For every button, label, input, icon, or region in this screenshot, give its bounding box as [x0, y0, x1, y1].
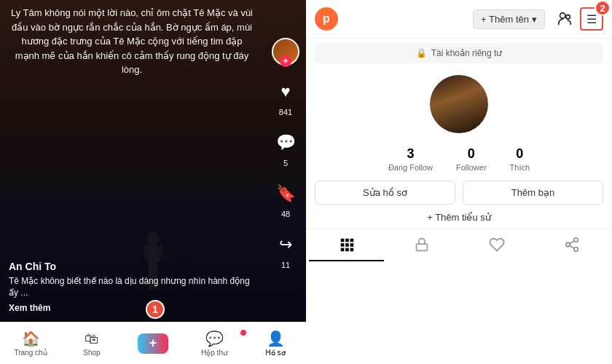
following-stat[interactable]: 3 Đang Follow — [388, 146, 433, 172]
heart-icon[interactable]: ♥ — [271, 77, 300, 106]
profile-avatar[interactable] — [430, 75, 488, 133]
likes-stat[interactable]: 0 Thích — [510, 146, 530, 172]
create-icon: + — [149, 336, 157, 351]
add-name-label: + Thêm tên — [481, 14, 529, 25]
svg-point-18 — [573, 238, 578, 242]
profile-header: p + Thêm tên ▾ ☰ 2 — [306, 0, 612, 39]
svg-rect-17 — [416, 244, 427, 250]
svg-rect-11 — [340, 243, 344, 247]
inbox-icon: 💬 — [205, 330, 224, 347]
nav-shop[interactable]: 🛍 Shop — [61, 331, 122, 357]
svg-point-7 — [566, 15, 570, 20]
like-action[interactable]: ♥ 841 — [271, 77, 300, 116]
shared-tab-icon — [564, 237, 580, 253]
video-caption: Tê Mặc không biết thế nào là dịu dàng nh… — [9, 275, 254, 314]
svg-rect-15 — [345, 248, 349, 252]
tab-liked[interactable] — [459, 229, 534, 261]
people-icon[interactable] — [557, 11, 573, 27]
bookmark-count: 48 — [281, 210, 290, 218]
text-overlay: Ly Tâm không nói một lời nào, chỉ ôm chặ… — [0, 0, 306, 83]
heart-tab-icon — [489, 237, 505, 253]
nav-inbox-label: Hộp thư — [201, 349, 227, 357]
story-text: Ly Tâm không nói một lời nào, chỉ ôm chặ… — [11, 7, 253, 75]
profile-tabs — [306, 229, 612, 261]
shop-icon: 🛍 — [85, 331, 99, 347]
badge-1: 1 — [146, 300, 165, 319]
follow-plus-icon[interactable]: + — [280, 55, 291, 67]
svg-point-19 — [565, 242, 570, 247]
nav-inbox[interactable]: 💬 Hộp thư — [184, 330, 245, 357]
hamburger-container: ☰ 2 — [580, 7, 603, 31]
lock-tab-icon — [415, 237, 429, 253]
grid-icon — [339, 237, 355, 253]
tab-shared[interactable] — [534, 229, 609, 261]
bottom-info: An Chi To Tê Mặc không biết thế nào là d… — [0, 261, 262, 320]
profile-stats: 3 Đang Follow 0 Follower 0 Thích — [306, 138, 612, 178]
right-panel: p + Thêm tên ▾ ☰ 2 🔒 Tài khoản riêng tư — [306, 0, 612, 364]
share-count: 11 — [281, 261, 290, 269]
home-icon: 🏠 — [22, 330, 40, 347]
svg-rect-14 — [340, 248, 344, 252]
bookmark-icon[interactable]: 🔖 — [271, 179, 300, 208]
nav-home[interactable]: 🏠 Trang chủ — [0, 330, 61, 357]
nav-shop-label: Shop — [83, 349, 100, 357]
right-actions: + ♥ 841 💬 5 🔖 48 ↪ 11 — [271, 0, 300, 320]
share-action[interactable]: ↪ 11 — [271, 230, 300, 269]
following-label: Đang Follow — [388, 163, 433, 172]
like-count: 841 — [279, 108, 292, 116]
profile-section — [306, 68, 612, 138]
svg-line-22 — [569, 241, 573, 244]
tab-locked[interactable] — [384, 229, 459, 261]
nav-profile-label: Hồ sơ — [266, 349, 286, 357]
bottom-navigation: 🏠 Trang chủ 🛍 Shop + 💬 Hộp thư 👤 Hồ sơ — [0, 322, 306, 364]
add-bio-button[interactable]: + Thêm tiểu sử — [306, 209, 612, 229]
caption-text: Tê Mặc không biết thế nào là dịu dàng nh… — [9, 275, 254, 300]
logo-text: p — [323, 12, 330, 25]
likes-count: 0 — [516, 146, 523, 162]
private-badge-text: Tài khoản riêng tư — [431, 48, 503, 58]
left-panel: Ly Tâm không nói một lời nào, chỉ ôm chặ… — [0, 0, 306, 364]
followers-stat[interactable]: 0 Follower — [456, 146, 487, 172]
chevron-down-icon: ▾ — [532, 14, 537, 25]
svg-rect-9 — [345, 239, 349, 242]
svg-rect-10 — [350, 239, 353, 242]
followers-count: 0 — [468, 146, 475, 162]
header-icons: ☰ 2 — [557, 7, 603, 31]
nav-create[interactable]: + — [122, 333, 184, 354]
hamburger-icon: ☰ — [586, 12, 597, 26]
app-logo: p — [315, 7, 338, 31]
comment-icon[interactable]: 💬 — [271, 128, 300, 157]
svg-line-21 — [569, 245, 573, 248]
inbox-notification-dot — [240, 330, 246, 336]
svg-point-0 — [147, 232, 159, 245]
svg-rect-16 — [350, 248, 353, 252]
svg-rect-13 — [350, 243, 353, 247]
svg-point-6 — [560, 13, 565, 18]
badge-2: 2 — [595, 0, 611, 16]
avatar-image — [430, 75, 488, 133]
private-account-badge: 🔒 Tài khoản riêng tư — [315, 43, 603, 63]
svg-rect-8 — [340, 239, 344, 242]
nav-home-label: Trang chủ — [14, 349, 47, 357]
svg-point-20 — [573, 248, 578, 252]
creator-username: An Chi To — [9, 261, 254, 272]
create-button[interactable]: + — [138, 333, 168, 354]
add-friend-button[interactable]: Thêm bạn — [463, 181, 603, 205]
nav-profile[interactable]: 👤 Hồ sơ — [245, 330, 306, 357]
comment-action[interactable]: 💬 5 — [271, 128, 300, 167]
likes-label: Thích — [510, 163, 530, 172]
following-count: 3 — [407, 146, 414, 162]
edit-profile-button[interactable]: Sửa hồ sơ — [315, 181, 455, 205]
followers-label: Follower — [456, 163, 487, 172]
bookmark-action[interactable]: 🔖 48 — [271, 179, 300, 218]
comment-count: 5 — [283, 159, 288, 167]
see-more-link[interactable]: Xem thêm — [9, 302, 50, 314]
share-icon[interactable]: ↪ — [271, 230, 300, 259]
creator-avatar[interactable]: + — [272, 38, 299, 66]
add-name-button[interactable]: + Thêm tên ▾ — [473, 9, 545, 29]
profile-icon: 👤 — [267, 330, 285, 347]
creator-avatar-container[interactable]: + — [272, 38, 299, 66]
profile-action-buttons: Sửa hồ sơ Thêm bạn — [306, 178, 612, 209]
lock-icon: 🔒 — [416, 48, 427, 58]
tab-videos[interactable] — [309, 229, 384, 261]
